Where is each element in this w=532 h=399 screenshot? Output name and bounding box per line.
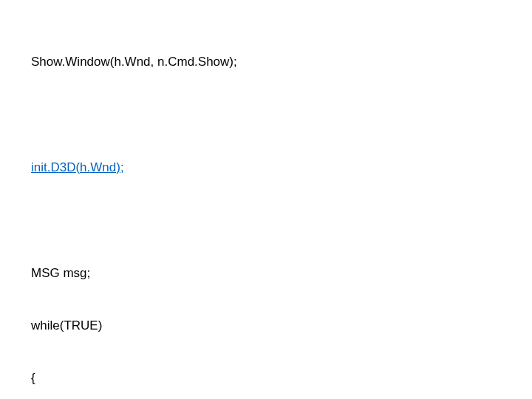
code-line: Show.Window(h.Wnd, n.Cmd.Show); — [18, 53, 532, 71]
code-line-link: init.D3D(h.Wnd); — [18, 159, 532, 177]
init-d3d-link[interactable]: init.D3D(h.Wnd); — [31, 160, 124, 174]
code-block: Show.Window(h.Wnd, n.Cmd.Show); init.D3D… — [18, 18, 532, 399]
code-line: { — [18, 369, 532, 387]
code-line: while(TRUE) — [18, 317, 532, 335]
blank-line — [18, 211, 532, 229]
slide: Show.Window(h.Wnd, n.Cmd.Show); init.D3D… — [0, 0, 532, 399]
code-line: MSG msg; — [18, 265, 532, 282]
blank-line — [18, 106, 532, 123]
